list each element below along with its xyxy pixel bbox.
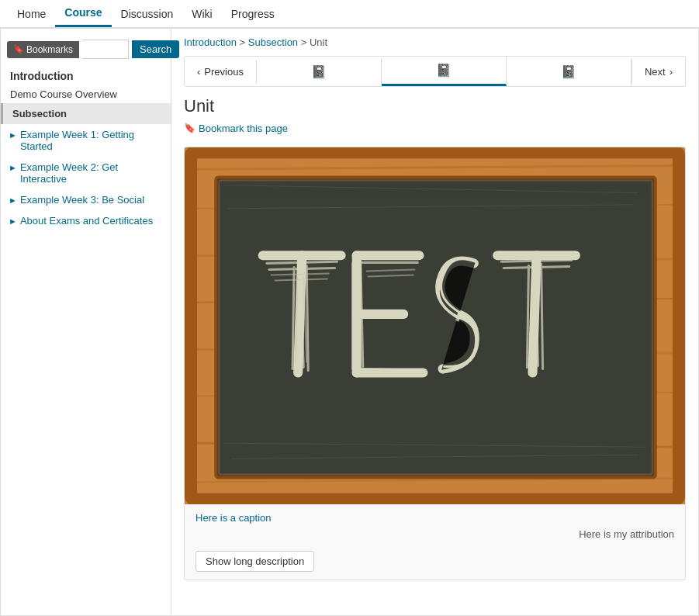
next-button[interactable]: Next ›	[632, 60, 685, 84]
top-navigation: Home Course Discussion Wiki Progress	[0, 0, 699, 28]
show-description-button[interactable]: Show long description	[196, 551, 314, 572]
chalkboard-image	[185, 147, 685, 504]
nav-course[interactable]: Course	[55, 0, 111, 27]
svg-line-38	[503, 266, 569, 268]
image-attribution: Here is my attribution	[185, 527, 685, 546]
unit-navigation-bar: ‹ Previous 📓 📓 📓 Next ›	[184, 56, 686, 87]
sidebar-item-week1[interactable]: ► Example Week 1: Getting Started	[1, 124, 171, 157]
svg-line-34	[362, 369, 420, 370]
breadcrumb: Introduction > Subsection > Unit	[184, 36, 686, 48]
svg-line-18	[267, 261, 337, 263]
notebook-icon-1: 📓	[311, 65, 327, 78]
breadcrumb-subsection[interactable]: Subsection	[248, 36, 298, 48]
nav-wiki[interactable]: Wiki	[182, 2, 221, 26]
image-caption: Here is a caption	[185, 504, 685, 527]
breadcrumb-sep2: >	[301, 36, 310, 48]
content-area: Introduction > Subsection > Unit ‹ Previ…	[171, 29, 698, 615]
svg-line-37	[501, 260, 572, 261]
bookmarks-button[interactable]: Bookmarks	[7, 41, 79, 58]
nav-discussion[interactable]: Discussion	[112, 2, 183, 26]
nav-home[interactable]: Home	[8, 2, 55, 26]
nav-progress[interactable]: Progress	[222, 2, 284, 26]
svg-rect-11	[216, 177, 655, 477]
sidebar-item-week2[interactable]: ► Example Week 2: Get Interactive	[1, 157, 171, 189]
breadcrumb-introduction[interactable]: Introduction	[184, 36, 237, 48]
sidebar-section-introduction: Introduction	[1, 64, 171, 85]
breadcrumb-sep1: >	[240, 36, 248, 48]
chevron-right-icon: ►	[9, 196, 17, 205]
svg-line-39	[527, 265, 528, 367]
chevron-right-icon: ►	[9, 130, 17, 140]
chevron-right-icon: ►	[9, 216, 17, 226]
svg-line-20	[292, 267, 294, 369]
chevron-left-icon: ‹	[197, 66, 200, 78]
notebook-icon-3: 📓	[561, 65, 576, 78]
notebook-icon-2: 📓	[436, 64, 452, 77]
chevron-right-icon: ›	[670, 66, 673, 78]
sidebar-item-demo-overview[interactable]: Demo Course Overview	[1, 85, 171, 103]
svg-line-19	[269, 268, 335, 269]
image-block: Here is a caption Here is my attribution…	[184, 147, 686, 580]
svg-line-41	[542, 264, 543, 369]
page-title: Unit	[184, 96, 686, 116]
unit-tab-3[interactable]: 📓	[507, 58, 632, 85]
unit-tab-2[interactable]: 📓	[382, 57, 507, 86]
main-wrapper: Bookmarks Search Introduction Demo Cours…	[0, 28, 699, 616]
bookmark-page-link[interactable]: Bookmark this page	[184, 123, 288, 134]
sidebar-item-exams[interactable]: ► About Exams and Certificates	[1, 210, 171, 231]
unit-tab-1[interactable]: 📓	[257, 58, 382, 85]
breadcrumb-unit: Unit	[310, 36, 327, 48]
sidebar: Bookmarks Search Introduction Demo Cours…	[1, 29, 171, 615]
sidebar-search-row: Bookmarks Search	[1, 35, 171, 64]
sidebar-item-subsection-active[interactable]: Subsection	[1, 103, 171, 124]
chevron-right-icon: ►	[9, 163, 17, 172]
search-input[interactable]	[82, 40, 129, 59]
sidebar-item-week3[interactable]: ► Example Week 3: Be Social	[1, 189, 171, 210]
svg-line-32	[361, 310, 401, 312]
previous-button[interactable]: ‹ Previous	[185, 60, 257, 84]
